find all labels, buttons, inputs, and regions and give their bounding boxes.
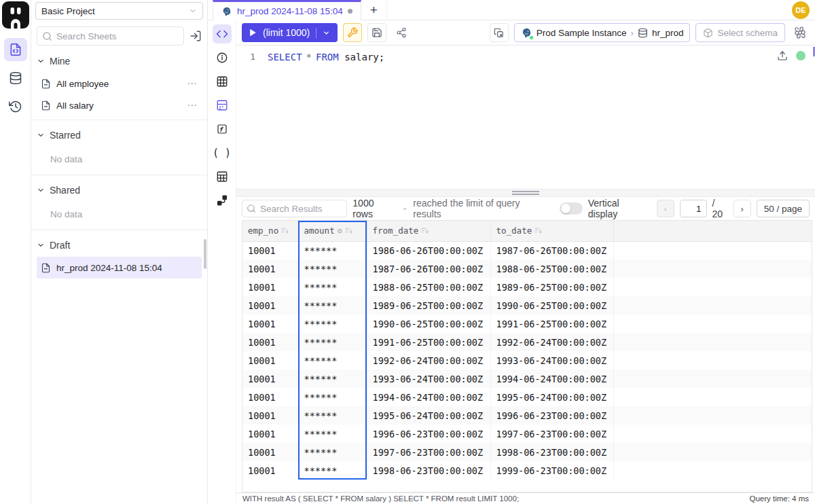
table-row[interactable]: 10001******1998-06-23T00:00:00Z1999-06-2…: [242, 461, 812, 480]
column-header-from_date[interactable]: from_date: [367, 221, 490, 241]
page-number-input[interactable]: [680, 200, 707, 217]
code-line[interactable]: 1 SELECT*FROM salary;: [236, 50, 815, 64]
run-query-button[interactable]: (limit 1000): [242, 23, 338, 42]
panel-function-button[interactable]: [213, 120, 232, 139]
table-cell[interactable]: ******: [298, 370, 367, 388]
sheet-item-menu-icon[interactable]: ⋯: [187, 99, 198, 111]
table-cell[interactable]: 1993-06-24T00:00:00Z: [367, 370, 490, 388]
panel-table-button[interactable]: [213, 72, 232, 91]
table-cell[interactable]: 1992-06-24T00:00:00Z: [367, 351, 490, 370]
table-cell[interactable]: 1991-06-25T00:00:00Z: [490, 314, 613, 333]
connection-selector[interactable]: Prod Sample Instance › hr_prod: [514, 23, 691, 42]
section-mine[interactable]: Mine: [37, 50, 202, 73]
table-cell[interactable]: 10001: [242, 388, 298, 406]
table-row[interactable]: 10001******1990-06-25T00:00:00Z1991-06-2…: [242, 314, 812, 333]
column-header-amount[interactable]: amount⊘: [298, 221, 367, 241]
search-results-input[interactable]: [242, 200, 347, 217]
search-sheets-input[interactable]: [37, 26, 184, 46]
table-cell[interactable]: 1987-06-26T00:00:00Z: [367, 259, 490, 278]
table-row[interactable]: 10001******1988-06-25T00:00:00Z1989-06-2…: [242, 278, 812, 296]
table-cell[interactable]: 10001: [242, 278, 298, 296]
panel-parentheses-button[interactable]: ( ): [213, 143, 232, 162]
sheet-item-menu-icon[interactable]: ⋯: [187, 77, 198, 90]
sql-editor[interactable]: 1 SELECT*FROM salary;: [236, 46, 815, 189]
table-cell[interactable]: 1993-06-24T00:00:00Z: [490, 351, 613, 370]
prev-page-button[interactable]: ‹: [657, 200, 674, 217]
panel-resize-handle[interactable]: [236, 189, 815, 197]
section-starred[interactable]: Starred: [37, 124, 202, 147]
table-cell[interactable]: ******: [298, 351, 367, 370]
table-row[interactable]: 10001******1994-06-24T00:00:00Z1995-06-2…: [242, 388, 812, 406]
table-row[interactable]: 10001******1986-06-26T00:00:00Z1987-06-2…: [242, 241, 812, 259]
table-cell[interactable]: 10001: [242, 296, 298, 314]
table-row[interactable]: 10001******1996-06-23T00:00:00Z1997-06-2…: [242, 425, 812, 443]
table-cell[interactable]: 1992-06-24T00:00:00Z: [490, 333, 613, 351]
rail-databases-button[interactable]: [4, 67, 27, 90]
table-cell[interactable]: ******: [298, 461, 367, 480]
import-sheet-icon[interactable]: [189, 30, 202, 42]
table-cell[interactable]: ******: [298, 443, 367, 461]
table-cell[interactable]: ******: [298, 388, 367, 406]
rail-history-button[interactable]: [4, 95, 27, 118]
table-row[interactable]: 10001******1991-06-25T00:00:00Z1992-06-2…: [242, 333, 812, 351]
table-cell[interactable]: 1987-06-26T00:00:00Z: [490, 241, 613, 259]
table-cell[interactable]: 10001: [242, 333, 298, 351]
table-cell[interactable]: 10001: [242, 241, 298, 259]
table-row[interactable]: 10001******1992-06-24T00:00:00Z1993-06-2…: [242, 351, 812, 370]
panel-code-button[interactable]: [213, 24, 232, 43]
table-row[interactable]: 10001******1987-06-26T00:00:00Z1988-06-2…: [242, 259, 812, 278]
section-shared[interactable]: Shared: [37, 179, 202, 202]
table-cell[interactable]: 10001: [242, 425, 298, 443]
new-tab-button[interactable]: +: [361, 0, 387, 20]
select-schema-button[interactable]: Select schema: [695, 23, 785, 42]
user-avatar[interactable]: DE: [792, 1, 810, 19]
panel-info-button[interactable]: [213, 48, 232, 67]
panel-schema-diagram-button[interactable]: [213, 191, 232, 210]
table-cell[interactable]: 1999-06-23T00:00:00Z: [490, 461, 613, 480]
upload-icon[interactable]: [777, 50, 788, 61]
bytebase-logo-icon[interactable]: [2, 1, 29, 29]
table-cell[interactable]: 1996-06-23T00:00:00Z: [490, 406, 613, 425]
table-cell[interactable]: 1995-06-24T00:00:00Z: [367, 406, 490, 425]
table-cell[interactable]: 1988-06-25T00:00:00Z: [490, 259, 613, 278]
table-cell[interactable]: ******: [298, 296, 367, 314]
table-cell[interactable]: 1989-06-25T00:00:00Z: [367, 296, 490, 314]
table-cell[interactable]: 1997-06-23T00:00:00Z: [367, 443, 490, 461]
share-sheet-button[interactable]: [392, 23, 411, 42]
table-cell[interactable]: 1990-06-25T00:00:00Z: [490, 296, 613, 314]
table-cell[interactable]: 10001: [242, 351, 298, 370]
table-row[interactable]: 10001******1995-06-24T00:00:00Z1996-06-2…: [242, 406, 812, 425]
table-row[interactable]: 10001******1989-06-25T00:00:00Z1990-06-2…: [242, 296, 812, 314]
table-cell[interactable]: ******: [298, 406, 367, 425]
page-size-select[interactable]: 50 / page: [757, 200, 810, 217]
column-header-to_date[interactable]: to_date: [490, 221, 613, 241]
next-page-button[interactable]: ›: [734, 200, 751, 217]
table-cell[interactable]: ******: [298, 278, 367, 296]
tab-hr-prod[interactable]: hr_prod 2024-11-08 15:04: [213, 0, 361, 20]
table-row[interactable]: 10001******1997-06-23T00:00:00Z1998-06-2…: [242, 443, 812, 461]
table-cell[interactable]: ******: [298, 333, 367, 351]
table-cell[interactable]: ******: [298, 241, 367, 259]
column-header-emp_no[interactable]: emp_no: [242, 221, 298, 241]
table-cell[interactable]: 1991-06-25T00:00:00Z: [367, 333, 490, 351]
table-row[interactable]: 10001******1993-06-24T00:00:00Z1994-06-2…: [242, 370, 812, 388]
table-cell[interactable]: ******: [298, 259, 367, 278]
table-cell[interactable]: 1995-06-24T00:00:00Z: [490, 388, 613, 406]
table-cell[interactable]: 10001: [242, 443, 298, 461]
table-cell[interactable]: 10001: [242, 259, 298, 278]
project-select[interactable]: Basic Project: [35, 2, 203, 20]
panel-data-button[interactable]: [213, 96, 232, 115]
panel-grid-button[interactable]: [213, 167, 232, 186]
sidebar-scrollbar[interactable]: [204, 239, 206, 269]
rail-sheets-button[interactable]: [4, 38, 27, 61]
table-cell[interactable]: 1998-06-23T00:00:00Z: [490, 443, 613, 461]
ai-assistant-button[interactable]: [791, 23, 810, 42]
table-cell[interactable]: 1994-06-24T00:00:00Z: [490, 370, 613, 388]
table-cell[interactable]: 1998-06-23T00:00:00Z: [367, 461, 490, 480]
table-cell[interactable]: 1989-06-25T00:00:00Z: [490, 278, 613, 296]
table-cell[interactable]: 1986-06-26T00:00:00Z: [367, 241, 490, 259]
table-cell[interactable]: 10001: [242, 370, 298, 388]
table-cell[interactable]: 10001: [242, 461, 298, 480]
sheet-item-all-employee[interactable]: All employee ⋯: [37, 73, 202, 94]
batch-query-button[interactable]: [490, 23, 509, 42]
